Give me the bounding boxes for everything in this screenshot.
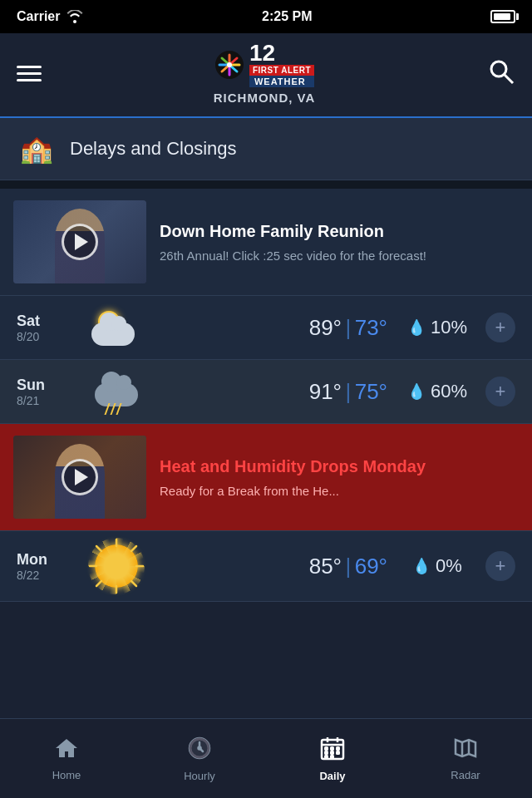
temp-high-sun: 91° — [309, 379, 342, 404]
section-divider-1 — [0, 180, 532, 189]
svg-line-10 — [131, 546, 136, 551]
home-icon — [54, 736, 79, 766]
battery-indicator — [490, 10, 515, 23]
temps-sat: 89° | 73° — [150, 315, 396, 341]
clock-icon — [187, 736, 212, 766]
day-name-mon: Mon — [17, 551, 83, 569]
carrier-label: Carrier — [17, 9, 60, 24]
news-title-1: Down Home Family Reunion — [160, 220, 519, 242]
temp-low-mon: 69° — [355, 554, 387, 579]
weather-row-mon[interactable]: Mon 8/22 — [0, 531, 532, 602]
nav-home[interactable]: Home — [0, 719, 133, 798]
logo-first-alert: FIRST ALERT — [249, 65, 314, 76]
precip-sat: 💧 10% — [396, 317, 479, 338]
search-icon — [487, 57, 515, 86]
day-date-sat: 8/20 — [17, 330, 83, 343]
svg-line-8 — [96, 546, 101, 551]
svg-rect-24 — [337, 751, 339, 754]
nav-daily-label: Daily — [319, 770, 345, 782]
svg-rect-19 — [325, 747, 328, 750]
day-date-mon: 8/22 — [17, 569, 83, 582]
svg-line-11 — [96, 581, 101, 586]
radar-icon — [452, 736, 479, 766]
app-logo: 12 FIRST ALERT WEATHER RICHMOND, VA — [214, 42, 316, 105]
news-thumb-2 — [13, 436, 146, 519]
svg-rect-20 — [331, 747, 333, 750]
news-content-2: Heat and Humidity Drops Monday Ready for… — [160, 436, 519, 519]
temp-high-mon: 85° — [309, 554, 342, 579]
nav-hourly[interactable]: Hourly — [133, 719, 266, 798]
expand-sun[interactable]: + — [485, 377, 515, 406]
status-bar: Carrier 2:25 PM — [0, 0, 532, 33]
wifi-icon — [66, 10, 83, 23]
precip-mon: 💧 0% — [396, 555, 479, 577]
drop-icon-sat: 💧 — [407, 318, 426, 337]
news-item-2[interactable]: Heat and Humidity Drops Monday Ready for… — [0, 424, 532, 531]
temp-sep-sun: | — [345, 379, 351, 404]
day-info-mon: Mon 8/22 — [17, 551, 83, 582]
nav-daily[interactable]: Daily — [266, 719, 399, 798]
play-button-2[interactable] — [62, 459, 98, 495]
svg-point-2 — [491, 62, 506, 76]
temps-sun: 91° | 75° — [150, 379, 396, 405]
time-display: 2:25 PM — [262, 9, 312, 24]
news-content-1: Down Home Family Reunion 26th Annual! Cl… — [160, 200, 519, 283]
svg-rect-26 — [331, 756, 333, 758]
temp-low-sun: 75° — [355, 379, 387, 404]
precip-pct-sun: 60% — [431, 381, 467, 402]
day-name-sat: Sat — [17, 313, 83, 330]
nav-hourly-label: Hourly — [184, 770, 215, 782]
play-button-1[interactable] — [62, 224, 98, 260]
logo-weather: WEATHER — [249, 76, 314, 87]
school-icon: 🏫 — [20, 133, 53, 165]
svg-point-1 — [227, 62, 232, 67]
temps-mon: 85° | 69° — [150, 554, 396, 579]
expand-mon[interactable]: + — [485, 551, 515, 581]
partly-cloudy-icon — [91, 309, 141, 346]
news-desc-1: 26th Annual! Click :25 sec video for the… — [160, 247, 519, 264]
precip-pct-mon: 0% — [436, 555, 462, 577]
news-item-1[interactable]: Down Home Family Reunion 26th Annual! Cl… — [0, 189, 532, 296]
cloudy-lightning-icon — [91, 373, 141, 410]
temp-sep-mon: | — [345, 554, 351, 579]
calendar-icon — [320, 736, 345, 766]
delays-text: Delays and Closings — [70, 138, 237, 160]
logo-number: 12 — [249, 42, 314, 65]
temp-high-sat: 89° — [309, 315, 342, 340]
bottom-nav: Home Hourly — [0, 718, 532, 798]
drop-icon-mon: 💧 — [412, 557, 431, 575]
news-desc-2: Ready for a Break from the He... — [160, 482, 519, 500]
news-title-2: Heat and Humidity Drops Monday — [160, 456, 519, 477]
svg-rect-21 — [337, 747, 339, 750]
precip-sun: 💧 60% — [396, 381, 479, 402]
day-date-sun: 8/21 — [17, 394, 83, 407]
day-name-sun: Sun — [17, 377, 83, 394]
nbc-peacock-icon — [214, 50, 244, 80]
weather-icon-mon — [83, 544, 150, 588]
expand-sat[interactable]: + — [485, 313, 515, 342]
nav-radar[interactable]: Radar — [399, 719, 532, 798]
svg-line-3 — [505, 75, 513, 83]
svg-line-9 — [131, 581, 136, 586]
menu-button[interactable] — [17, 66, 42, 81]
weather-icon-sun — [83, 373, 150, 410]
svg-rect-25 — [325, 756, 328, 758]
svg-point-14 — [199, 746, 201, 749]
drop-icon-sun: 💧 — [407, 382, 426, 401]
search-button[interactable] — [487, 57, 515, 89]
main-content: 12 FIRST ALERT WEATHER RICHMOND, VA 🏫 De… — [0, 33, 532, 718]
precip-pct-sat: 10% — [431, 317, 467, 338]
delays-banner[interactable]: 🏫 Delays and Closings — [0, 118, 532, 180]
svg-rect-23 — [331, 751, 333, 754]
svg-rect-22 — [325, 751, 328, 754]
app-header: 12 FIRST ALERT WEATHER RICHMOND, VA — [0, 33, 532, 118]
temp-low-sat: 73° — [355, 315, 387, 340]
carrier-info: Carrier — [17, 9, 83, 24]
sunny-icon — [95, 544, 138, 588]
day-info-sat: Sat 8/20 — [17, 313, 83, 343]
weather-row-sun[interactable]: Sun 8/21 91° | 75° 💧 60% + — [0, 360, 532, 424]
nav-home-label: Home — [52, 769, 81, 781]
temp-sep-sat: | — [345, 315, 351, 340]
lightning-lines — [106, 403, 120, 415]
weather-row-sat[interactable]: Sat 8/20 89° | 73° 💧 10% + — [0, 296, 532, 360]
